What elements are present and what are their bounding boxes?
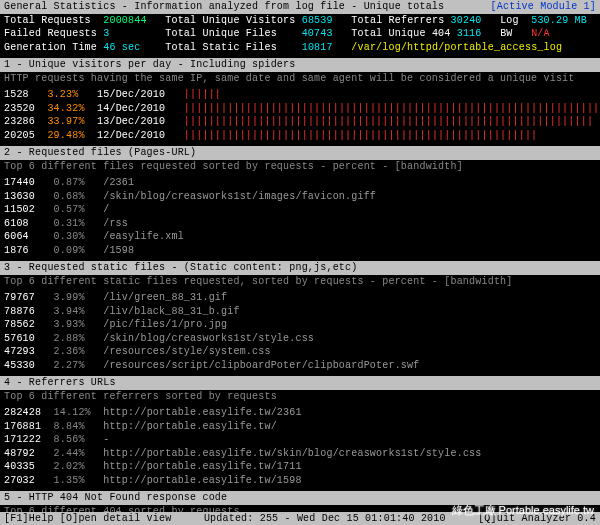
stats-row-3: Generation Time 46 sec Total Static File… [0,41,600,55]
sec3-head: 3 - Requested static files - (Static con… [0,261,600,275]
data-row: 1528 3.23% 15/Dec/2010 |||||| [0,88,600,102]
data-row: 20205 29.48% 12/Dec/2010 |||||||||||||||… [0,129,600,143]
data-row: 171222 8.56% - [0,433,600,447]
header-bar: General Statistics - Information analyze… [0,0,600,14]
header-title: General Statistics - Information analyze… [4,0,444,14]
data-row: 13630 0.68% /skin/blog/creasworks1st/ima… [0,190,600,204]
data-row: 78876 3.94% /liv/black_88_31_b.gif [0,305,600,319]
data-row: 282428 14.12% http://portable.easylife.t… [0,406,600,420]
data-row: 78562 3.93% /pic/files/1/pro.jpg [0,318,600,332]
data-row: 57610 2.88% /skin/blog/creasworks1st/sty… [0,332,600,346]
sec4-sub: Top 6 different referrers sorted by requ… [0,390,600,404]
data-row: 17440 0.87% /2361 [0,176,600,190]
stats-row-1: Total Requests 2000844 Total Unique Visi… [0,14,600,28]
data-row: 40335 2.02% http://portable.easylife.tw/… [0,460,600,474]
footer-center: Updated: 255 - Wed Dec 15 01:01:40 2010 [204,512,446,526]
data-row: 176881 8.84% http://portable.easylife.tw… [0,420,600,434]
active-module: [Active Module 1] [491,0,596,14]
sec3-sub: Top 6 different static files requested, … [0,275,600,289]
stats-row-2: Failed Requests 3 Total Unique Files 407… [0,27,600,41]
data-row: 45330 2.27% /resources/script/clipboardP… [0,359,600,373]
sec1-sub: HTTP requests having the same IP, same d… [0,72,600,86]
data-row: 6064 0.30% /easylife.xml [0,230,600,244]
footer-left[interactable]: [F1]Help [O]pen detail view [4,512,171,526]
data-row: 27032 1.35% http://portable.easylife.tw/… [0,474,600,488]
data-row: 47293 2.36% /resources/style/system.css [0,345,600,359]
sec4-head: 4 - Referrers URLs [0,376,600,390]
data-row: 1876 0.09% /1598 [0,244,600,258]
data-row: 48792 2.44% http://portable.easylife.tw/… [0,447,600,461]
data-row: 79767 3.99% /liv/green_88_31.gif [0,291,600,305]
data-row: 11502 0.57% / [0,203,600,217]
data-row: 6108 0.31% /rss [0,217,600,231]
sec2-sub: Top 6 different files requested sorted b… [0,160,600,174]
watermark: 綠色工廠 Portable.easylife.tw [452,503,594,518]
sec1-head: 1 - Unique visitors per day - Including … [0,58,600,72]
data-row: 23286 33.97% 13/Dec/2010 |||||||||||||||… [0,115,600,129]
data-row: 23520 34.32% 14/Dec/2010 |||||||||||||||… [0,102,600,116]
sec2-head: 2 - Requested files (Pages-URL) [0,146,600,160]
